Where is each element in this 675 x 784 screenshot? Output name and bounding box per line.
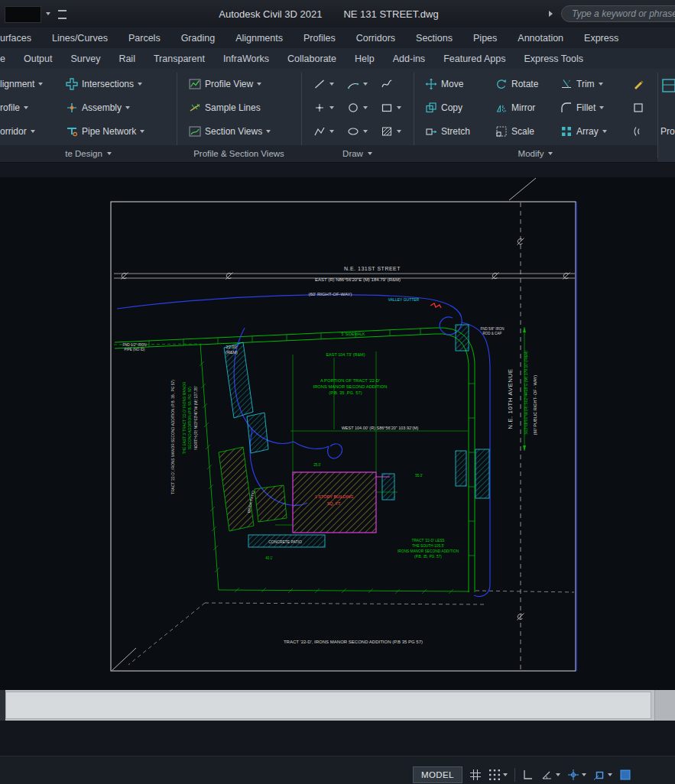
panel-label-create-design[interactable]: te Design — [0, 145, 177, 162]
panel-label-modify[interactable]: Modify — [414, 145, 657, 162]
draw-arc-button[interactable] — [347, 75, 368, 93]
drawing-canvas[interactable]: N.E. 131ST STREET EAST (R) N86°56'20"E (… — [0, 177, 675, 690]
array-button[interactable]: Array — [560, 122, 607, 141]
chevron-down-icon[interactable] — [363, 83, 368, 86]
partial-status-toggle[interactable] — [619, 769, 631, 781]
tab-partial[interactable]: e — [0, 53, 5, 64]
draw-hatch-button[interactable] — [381, 122, 401, 141]
tab-pipes[interactable]: Pipes — [473, 33, 497, 44]
pipe-network-button[interactable]: Pipe Network — [66, 122, 144, 141]
qat-customize-icon[interactable] — [58, 10, 67, 19]
search-expand-arrow-icon[interactable] — [549, 11, 553, 17]
model-space-button[interactable]: MODEL — [413, 766, 462, 783]
tab-profiles[interactable]: Profiles — [303, 33, 336, 44]
chevron-down-icon[interactable] — [125, 106, 130, 109]
tab-transparent[interactable]: Transparent — [154, 53, 205, 64]
chevron-down-icon[interactable] — [329, 106, 334, 109]
chevron-down-icon[interactable] — [397, 130, 401, 133]
tab-corridors[interactable]: Corridors — [356, 33, 395, 44]
draw-ellipse-button[interactable] — [347, 122, 368, 141]
alignment-button[interactable]: lignment — [0, 75, 43, 93]
explode-button[interactable] — [632, 99, 644, 117]
copy-button[interactable]: Copy — [425, 99, 462, 117]
chevron-down-icon[interactable] — [608, 773, 612, 776]
tab-sections[interactable]: Sections — [416, 33, 453, 44]
corridor-button[interactable]: orridor — [0, 122, 35, 141]
chevron-down-icon[interactable] — [599, 83, 603, 86]
scrollbar-right-cap[interactable] — [654, 690, 675, 721]
construction-lines[interactable] — [128, 591, 574, 665]
partial-tool-label-item[interactable]: Pro — [660, 122, 675, 141]
profile-button[interactable]: rofile — [0, 99, 28, 117]
tab-grading[interactable]: Grading — [181, 33, 215, 44]
draw-spline-button[interactable] — [381, 75, 393, 93]
snap-mode-toggle[interactable] — [488, 769, 508, 781]
chevron-down-icon[interactable] — [329, 130, 334, 133]
rotate-button[interactable]: Rotate — [495, 75, 538, 93]
tab-add-ins[interactable]: Add-ins — [393, 53, 425, 64]
chevron-down-icon[interactable] — [582, 773, 586, 776]
scrollbar-thumb[interactable] — [5, 692, 651, 719]
building-hatch-yellow[interactable] — [219, 447, 390, 533]
object-snap-tracking-toggle[interactable] — [567, 769, 586, 781]
partial-tool-button[interactable] — [661, 76, 675, 95]
sample-lines-button[interactable]: Sample Lines — [189, 99, 261, 117]
tab-output[interactable]: Output — [24, 53, 53, 64]
grid-display-toggle[interactable] — [469, 769, 482, 781]
section-views-button[interactable]: Section Views — [189, 122, 271, 141]
move-button[interactable]: Move — [425, 75, 463, 93]
tab-survey[interactable]: Survey — [70, 53, 100, 64]
chevron-down-icon[interactable] — [266, 130, 271, 133]
chevron-down-icon[interactable] — [503, 773, 508, 776]
chevron-down-icon[interactable] — [24, 106, 28, 109]
chevron-down-icon[interactable] — [599, 106, 604, 109]
polar-tracking-toggle[interactable] — [541, 769, 560, 781]
scale-button[interactable]: Scale — [495, 122, 534, 141]
tab-surfaces[interactable]: urfaces — [0, 33, 31, 44]
chevron-down-icon[interactable] — [363, 106, 368, 109]
panel-label-profile-section-views[interactable]: Profile & Section Views — [177, 145, 301, 162]
chevron-down-icon[interactable] — [31, 130, 35, 133]
qat-dropdown-icon[interactable] — [46, 12, 50, 15]
chevron-down-icon[interactable] — [329, 83, 334, 86]
drawing-viewport[interactable]: N.E. 131ST STREET EAST (R) N86°56'20"E (… — [0, 177, 675, 690]
avenue-10th-row-line[interactable] — [518, 202, 527, 670]
fillet-button[interactable]: Fillet — [560, 99, 604, 117]
tab-help[interactable]: Help — [355, 53, 375, 64]
draw-point-button[interactable] — [313, 99, 334, 117]
chevron-down-icon[interactable] — [556, 773, 560, 776]
red-survey-mark[interactable] — [430, 303, 441, 308]
draw-circle-button[interactable] — [347, 99, 368, 117]
offset-button[interactable] — [632, 122, 644, 141]
tab-annotation[interactable]: Annotation — [518, 33, 563, 44]
tab-alignments[interactable]: Alignments — [235, 33, 283, 44]
horizontal-scrollbar[interactable] — [0, 690, 675, 721]
chevron-down-icon[interactable] — [138, 83, 142, 86]
tab-featured-apps[interactable]: Featured Apps — [443, 53, 505, 64]
mirror-button[interactable]: Mirror — [495, 99, 535, 117]
intersections-button[interactable]: Intersections — [66, 75, 142, 93]
chevron-down-icon[interactable] — [602, 130, 607, 133]
draw-line-button[interactable] — [313, 75, 334, 93]
chevron-down-icon[interactable] — [397, 106, 401, 109]
tab-infraworks[interactable]: InfraWorks — [223, 53, 269, 64]
chevron-down-icon[interactable] — [257, 83, 261, 86]
stretch-button[interactable]: Stretch — [425, 122, 470, 141]
chevron-down-icon[interactable] — [140, 130, 144, 133]
chevron-down-icon[interactable] — [38, 83, 43, 86]
tab-express-tools[interactable]: Express Tools — [524, 53, 583, 64]
erase-button[interactable] — [632, 75, 644, 93]
quick-access-toolbar[interactable] — [5, 6, 41, 23]
panel-label-draw[interactable]: Draw — [301, 145, 414, 162]
trim-button[interactable]: Trim — [560, 75, 603, 93]
tab-parcels[interactable]: Parcels — [128, 33, 161, 44]
chevron-down-icon[interactable] — [363, 130, 368, 133]
draw-polyline-button[interactable] — [313, 122, 334, 141]
dynamic-input-toggle[interactable] — [522, 769, 534, 781]
search-input[interactable] — [570, 8, 675, 20]
tab-collaborate[interactable]: Collaborate — [287, 53, 336, 64]
assembly-button[interactable]: Assembly — [66, 99, 130, 117]
profile-view-button[interactable]: Profile View — [189, 75, 261, 93]
object-snap-toggle[interactable] — [593, 769, 612, 781]
tab-express[interactable]: Express — [584, 33, 618, 44]
